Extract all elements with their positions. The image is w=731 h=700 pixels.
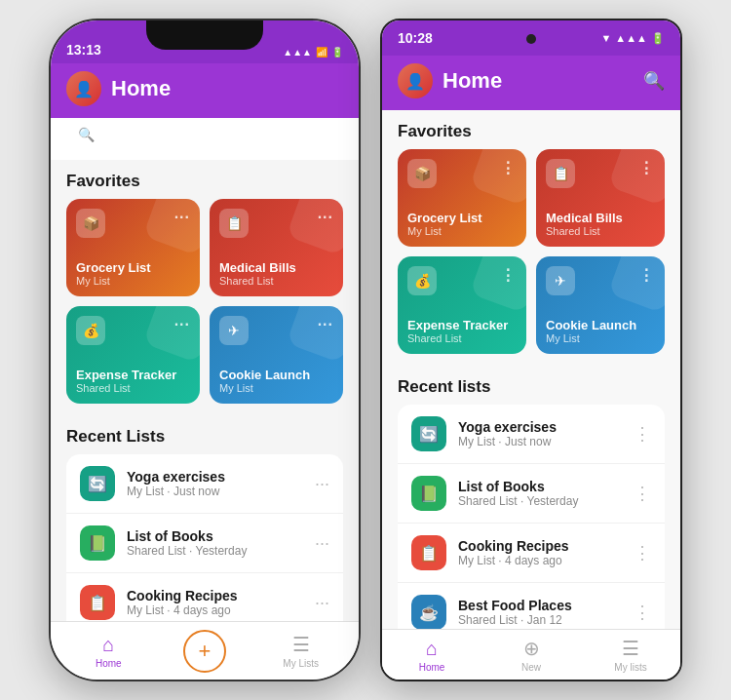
iphone-content: Favorites 📦 ··· Grocery List My List 📋 xyxy=(51,160,359,621)
android-list-meta-food: Shared List · Jan 12 xyxy=(458,613,622,627)
fav-menu-cookie[interactable]: ··· xyxy=(318,316,333,333)
fav-card-expense[interactable]: 💰 ··· Expense Tracker Shared List xyxy=(66,306,200,404)
android-fav-icon-medical: 📋 xyxy=(546,159,575,188)
iphone-search-bar[interactable]: 🔍 Search xyxy=(66,118,343,150)
nav-home[interactable]: ⌂ Home xyxy=(60,634,157,669)
android-fav-name-expense: Expense Tracker xyxy=(407,318,517,332)
fav-icon-medical: 📋 xyxy=(219,209,249,238)
android-nav-mylists-label: My lists xyxy=(614,662,646,673)
fav-name-expense: Expense Tracker xyxy=(76,368,190,382)
fav-card-medical[interactable]: 📋 ··· Medical Bills Shared List xyxy=(210,199,343,296)
search-icon: 🔍 xyxy=(78,127,95,142)
android-fav-card-expense[interactable]: 💰 ⋮ Expense Tracker Shared List xyxy=(398,256,526,354)
fav-menu-medical[interactable]: ··· xyxy=(318,209,333,226)
search-placeholder: Search xyxy=(102,126,149,142)
android-list-more-food[interactable]: ⋮ xyxy=(634,602,651,623)
android-time: 10:28 xyxy=(398,30,433,46)
fav-name-medical: Medical Bills xyxy=(219,260,333,275)
list-icon-yoga: 🔄 xyxy=(80,466,115,501)
android-app-header: 👤 Home 🔍 xyxy=(382,56,680,110)
android-fav-type-expense: Shared List xyxy=(407,332,517,344)
fav-menu-grocery[interactable]: ··· xyxy=(174,209,190,226)
android-favorites-grid: 📦 ⋮ Grocery List My List 📋 ⋮ Medical Bil… xyxy=(382,149,680,366)
list-item[interactable]: 📗 List of Books Shared List · Yesterday … xyxy=(66,514,343,573)
android-avatar: 👤 xyxy=(398,63,433,98)
iphone-time: 13:13 xyxy=(66,42,101,58)
list-more-yoga[interactable]: ··· xyxy=(315,474,329,494)
list-more-cooking[interactable]: ··· xyxy=(315,593,329,613)
fav-icon-cookie: ✈ xyxy=(219,316,249,345)
android-header-title: Home xyxy=(442,68,634,94)
iphone-recent-list: 🔄 Yoga exercises My List · Just now ··· … xyxy=(66,454,343,621)
list-meta-cooking: My List · 4 days ago xyxy=(127,603,303,617)
iphone-favorites-grid: 📦 ··· Grocery List My List 📋 ··· Medical… xyxy=(51,199,359,415)
android-recent-title: Recent lists xyxy=(382,366,680,405)
android-bottom-nav: ⌂ Home ⊕ New ☰ My lists xyxy=(382,629,680,680)
android-fav-type-grocery: My List xyxy=(407,225,517,237)
android-fav-menu-cookie[interactable]: ⋮ xyxy=(638,266,655,285)
android-list-icon-books: 📗 xyxy=(411,476,446,511)
nav-mylists[interactable]: ☰ My Lists xyxy=(252,633,349,669)
android-list-name-cooking: Cooking Recipes xyxy=(458,538,622,554)
iphone-favorites-title: Favorites xyxy=(51,160,359,199)
android-fav-menu-grocery[interactable]: ⋮ xyxy=(500,159,517,177)
android-nav-home[interactable]: ⌂ Home xyxy=(382,638,481,673)
android-fav-card-grocery[interactable]: 📦 ⋮ Grocery List My List xyxy=(398,149,526,247)
android-fav-type-cookie: My List xyxy=(546,332,655,344)
list-item[interactable]: 📋 Cooking Recipes My List · 4 days ago ·… xyxy=(66,573,343,621)
fav-icon-grocery: 📦 xyxy=(76,209,105,238)
android-favorites-title: Favorites xyxy=(382,110,680,149)
android-fav-card-cookie[interactable]: ✈ ⋮ Cookie Launch My List xyxy=(536,256,665,354)
fav-type-cookie: My List xyxy=(219,382,333,394)
lists-icon: ☰ xyxy=(292,633,310,656)
list-item[interactable]: ☕ Best Food Places Shared List · Jan 12 … xyxy=(398,583,665,629)
iphone-status-icons: ▲▲▲ 📶 🔋 xyxy=(283,47,343,58)
list-item[interactable]: 📋 Cooking Recipes My List · 4 days ago ⋮ xyxy=(398,524,665,583)
fav-type-grocery: My List xyxy=(76,275,190,287)
android-fav-menu-expense[interactable]: ⋮ xyxy=(500,266,517,285)
android-list-icon-yoga: 🔄 xyxy=(411,416,446,451)
android-nav-new[interactable]: ⊕ New xyxy=(481,637,581,673)
android-list-more-books[interactable]: ⋮ xyxy=(634,483,651,504)
android-list-meta-books: Shared List · Yesterday xyxy=(458,494,622,508)
android-fav-menu-medical[interactable]: ⋮ xyxy=(638,159,655,177)
android-fav-icon-grocery: 📦 xyxy=(407,159,437,188)
android-new-icon: ⊕ xyxy=(523,637,540,660)
add-button[interactable]: + xyxy=(183,630,226,673)
fav-card-grocery[interactable]: 📦 ··· Grocery List My List xyxy=(66,199,200,296)
iphone-app-header: 👤 Home xyxy=(51,63,359,118)
android-list-more-yoga[interactable]: ⋮ xyxy=(634,423,651,445)
android-nav-new-label: New xyxy=(521,662,541,673)
fav-menu-expense[interactable]: ··· xyxy=(174,316,190,333)
fav-type-expense: Shared List xyxy=(76,382,190,394)
android-list-more-cooking[interactable]: ⋮ xyxy=(634,542,651,564)
android-fav-icon-expense: 💰 xyxy=(407,266,437,295)
fav-icon-expense: 💰 xyxy=(76,316,105,345)
list-item[interactable]: 🔄 Yoga exercises My List · Just now ··· xyxy=(66,454,343,514)
list-icon-cooking: 📋 xyxy=(80,585,115,620)
android-nav-mylists[interactable]: ☰ My lists xyxy=(581,637,680,673)
nav-mylists-label: My Lists xyxy=(283,658,319,669)
android-fav-name-grocery: Grocery List xyxy=(407,211,517,225)
android-list-meta-yoga: My List · Just now xyxy=(458,435,622,448)
android-home-icon: ⌂ xyxy=(426,638,438,660)
android-nav-home-label: Home xyxy=(419,662,445,673)
list-meta-books: Shared List · Yesterday xyxy=(127,544,303,558)
android-fav-card-medical[interactable]: 📋 ⋮ Medical Bills Shared List xyxy=(536,149,665,247)
nav-add[interactable]: + xyxy=(157,630,253,673)
fav-name-cookie: Cookie Launch xyxy=(219,368,333,382)
fav-type-medical: Shared List xyxy=(219,275,333,287)
list-more-books[interactable]: ··· xyxy=(315,533,329,554)
android-search-icon[interactable]: 🔍 xyxy=(643,70,665,92)
android-recent-list: 🔄 Yoga exercises My List · Just now ⋮ 📗 … xyxy=(398,405,665,629)
iphone-header-title: Home xyxy=(111,76,343,101)
iphone-recent-title: Recent Lists xyxy=(51,415,359,454)
android-list-name-yoga: Yoga exercises xyxy=(458,419,622,435)
iphone-bottom-nav: ⌂ Home + ☰ My Lists xyxy=(51,621,359,680)
list-item[interactable]: 🔄 Yoga exercises My List · Just now ⋮ xyxy=(398,405,665,464)
list-name-cooking: Cooking Recipes xyxy=(127,588,303,603)
fav-card-cookie[interactable]: ✈ ··· Cookie Launch My List xyxy=(210,306,343,404)
avatar: 👤 xyxy=(66,71,101,106)
list-name-books: List of Books xyxy=(127,528,303,544)
list-item[interactable]: 📗 List of Books Shared List · Yesterday … xyxy=(398,464,665,524)
